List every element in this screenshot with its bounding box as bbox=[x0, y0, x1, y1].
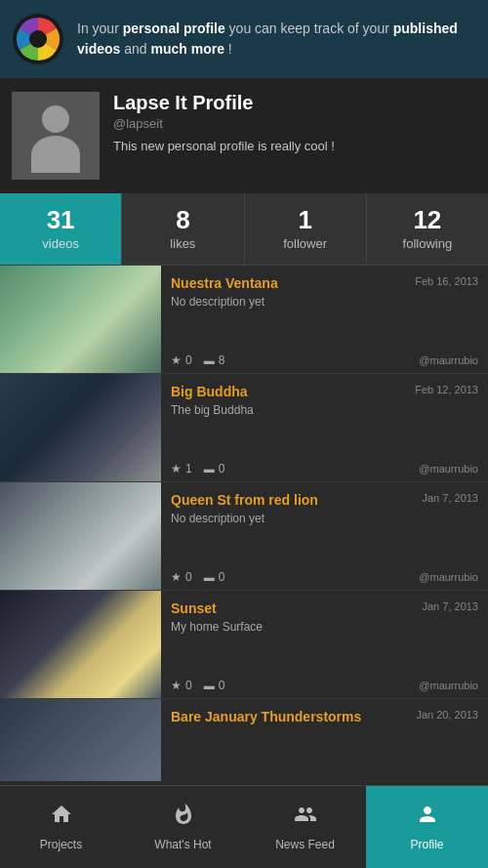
profile-header: Lapse It Profile @lapseit This new perso… bbox=[0, 78, 488, 193]
nav-icon-projects bbox=[50, 803, 73, 832]
nav-item-what's-hot[interactable]: What's Hot bbox=[122, 786, 244, 868]
profile-info: Lapse It Profile @lapseit This new perso… bbox=[113, 92, 476, 153]
clip-count: ▬ 8 bbox=[204, 353, 225, 367]
video-stats: ★ 0 ▬ 0 bbox=[171, 570, 224, 584]
video-list[interactable]: Nuestra Ventana Feb 16, 2013 No descript… bbox=[0, 266, 488, 781]
video-description: My home Surface bbox=[171, 620, 478, 634]
star-icon: ★ bbox=[171, 353, 182, 367]
stat-item-videos: 31 videos bbox=[0, 193, 122, 265]
video-author: @maurrubio bbox=[419, 571, 478, 583]
stat-label: following bbox=[403, 236, 453, 251]
video-stats: ★ 0 ▬ 0 bbox=[171, 679, 224, 692]
video-stats: ★ 0 ▬ 8 bbox=[171, 353, 224, 367]
clip-value: 0 bbox=[219, 570, 225, 584]
stat-number: 31 bbox=[47, 207, 75, 232]
nav-label: News Feed bbox=[275, 838, 335, 851]
profile-name: Lapse It Profile bbox=[113, 92, 476, 114]
film-icon: ▬ bbox=[204, 354, 215, 366]
stat-item-following: 12 following bbox=[367, 193, 488, 265]
star-count: ★ 1 bbox=[171, 462, 192, 475]
video-stats: ★ 1 ▬ 0 bbox=[171, 462, 224, 475]
video-description: No description yet bbox=[171, 295, 478, 309]
video-thumbnail bbox=[0, 266, 161, 373]
nav-label: What's Hot bbox=[154, 838, 211, 851]
bottom-nav: Projects What's Hot News Feed Profile bbox=[0, 785, 488, 868]
video-meta: Big Buddha Feb 12, 2013 The big Buddha ★… bbox=[161, 374, 488, 481]
list-item[interactable]: Big Buddha Feb 12, 2013 The big Buddha ★… bbox=[0, 374, 488, 482]
profile-bio: This new personal profile is really cool… bbox=[113, 139, 476, 153]
stat-number: 8 bbox=[176, 207, 189, 232]
stat-item-likes: 8 likes bbox=[122, 193, 244, 265]
video-thumbnail bbox=[0, 482, 161, 590]
video-description: No description yet bbox=[171, 512, 478, 525]
stat-label: likes bbox=[170, 236, 195, 251]
list-item[interactable]: Bare January Thunderstorms Jan 20, 2013 … bbox=[0, 699, 488, 781]
video-date: Jan 7, 2013 bbox=[423, 492, 479, 504]
stat-label: videos bbox=[42, 236, 79, 251]
nav-item-projects[interactable]: Projects bbox=[0, 786, 122, 868]
video-date: Feb 16, 2013 bbox=[415, 275, 478, 287]
stat-label: follower bbox=[283, 236, 327, 251]
video-title: Sunset bbox=[171, 600, 415, 616]
clip-value: 8 bbox=[219, 353, 225, 367]
nav-icon-news-feed bbox=[294, 803, 317, 832]
film-icon: ▬ bbox=[204, 463, 215, 475]
clip-value: 0 bbox=[219, 679, 225, 692]
clip-count: ▬ 0 bbox=[204, 462, 225, 475]
video-author: @maurrubio bbox=[419, 354, 478, 366]
video-author: @maurrubio bbox=[419, 680, 478, 691]
video-title: Big Buddha bbox=[171, 384, 407, 399]
video-meta: Nuestra Ventana Feb 16, 2013 No descript… bbox=[161, 266, 488, 373]
video-thumbnail bbox=[0, 374, 161, 481]
film-icon: ▬ bbox=[204, 680, 215, 691]
video-date: Jan 20, 2013 bbox=[416, 709, 478, 721]
star-icon: ★ bbox=[171, 679, 182, 692]
stats-bar: 31 videos 8 likes 1 follower 12 followin… bbox=[0, 193, 488, 266]
star-icon: ★ bbox=[171, 462, 182, 475]
nav-icon-profile bbox=[416, 803, 439, 832]
video-thumbnail bbox=[0, 591, 161, 698]
star-icon: ★ bbox=[171, 570, 182, 584]
clip-value: 0 bbox=[219, 462, 225, 475]
stat-number: 1 bbox=[298, 207, 311, 232]
stat-item-follower: 1 follower bbox=[245, 193, 367, 265]
avatar bbox=[12, 92, 100, 180]
video-description: The big Buddha bbox=[171, 403, 478, 417]
svg-point-1 bbox=[29, 30, 47, 48]
nav-item-news-feed[interactable]: News Feed bbox=[244, 786, 366, 868]
list-item[interactable]: Sunset Jan 7, 2013 My home Surface ★ 0 ▬… bbox=[0, 591, 488, 699]
star-value: 0 bbox=[185, 353, 192, 367]
star-value: 0 bbox=[185, 679, 192, 692]
clip-count: ▬ 0 bbox=[204, 679, 225, 692]
star-count: ★ 0 bbox=[171, 570, 192, 584]
list-item[interactable]: Queen St from red lion Jan 7, 2013 No de… bbox=[0, 482, 488, 591]
video-title: Bare January Thunderstorms bbox=[171, 709, 408, 724]
video-thumbnail bbox=[0, 699, 161, 781]
nav-item-profile[interactable]: Profile bbox=[366, 786, 488, 868]
star-value: 1 bbox=[185, 462, 192, 475]
film-icon: ▬ bbox=[204, 571, 215, 583]
top-banner: In your personal profile you can keep tr… bbox=[0, 0, 488, 78]
nav-icon-what's-hot bbox=[172, 803, 195, 832]
clip-count: ▬ 0 bbox=[204, 570, 225, 584]
star-count: ★ 0 bbox=[171, 679, 192, 692]
video-title: Queen St from red lion bbox=[171, 492, 415, 508]
stat-number: 12 bbox=[413, 207, 441, 232]
video-meta: Sunset Jan 7, 2013 My home Surface ★ 0 ▬… bbox=[161, 591, 488, 698]
video-date: Feb 12, 2013 bbox=[415, 384, 478, 395]
app-logo bbox=[12, 13, 65, 66]
star-count: ★ 0 bbox=[171, 353, 192, 367]
video-title: Nuestra Ventana bbox=[171, 275, 407, 291]
video-author: @maurrubio bbox=[419, 463, 478, 475]
nav-label: Profile bbox=[410, 838, 443, 851]
banner-text: In your personal profile you can keep tr… bbox=[77, 19, 476, 60]
list-item[interactable]: Nuestra Ventana Feb 16, 2013 No descript… bbox=[0, 266, 488, 374]
video-meta: Queen St from red lion Jan 7, 2013 No de… bbox=[161, 482, 488, 590]
video-meta: Bare January Thunderstorms Jan 20, 2013 … bbox=[161, 699, 488, 781]
video-date: Jan 7, 2013 bbox=[423, 600, 479, 612]
star-value: 0 bbox=[185, 570, 192, 584]
nav-label: Projects bbox=[40, 838, 82, 851]
profile-handle: @lapseit bbox=[113, 116, 476, 131]
